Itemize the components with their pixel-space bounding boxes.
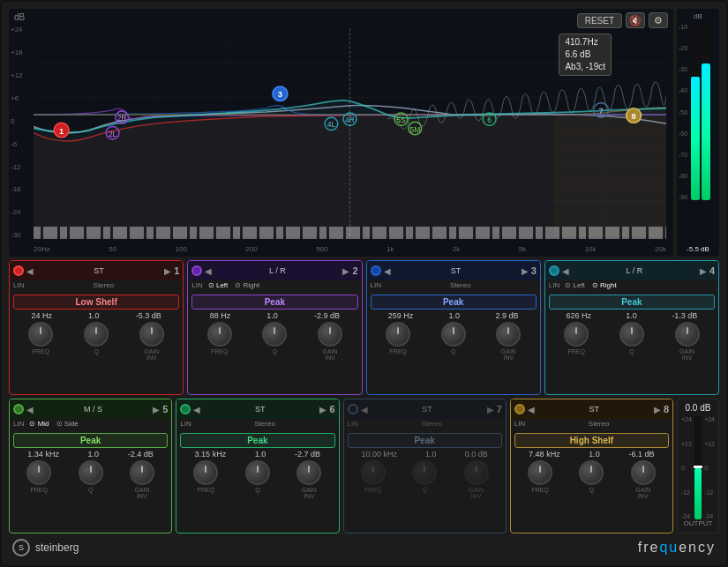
band-3-arrow-right[interactable]: ▶: [522, 266, 529, 276]
band-2-section: ◀ L / R ▶ 2 LIN ⊙ Left ⊙ Right Peak 88 H…: [187, 260, 362, 395]
band-4-arrow-left[interactable]: ◀: [562, 266, 569, 276]
band-2-q-knob[interactable]: [262, 322, 287, 347]
band-2-params: 88 Hz 1.0 -2.9 dB: [188, 310, 361, 320]
band-5-freq-knob[interactable]: [26, 460, 51, 485]
band-7-q-knob[interactable]: [412, 460, 437, 485]
band-4-power-button[interactable]: [549, 265, 559, 276]
band-3-freq-label: FREQ: [386, 348, 410, 361]
band-2-freq-knob[interactable]: [207, 322, 232, 347]
reset-button[interactable]: RESET: [577, 13, 622, 28]
band-1-gain-knob[interactable]: [139, 322, 164, 347]
scale-60: -60: [679, 131, 687, 137]
band-5-q-knob[interactable]: [79, 460, 103, 485]
eq-display-area: dB 410.7Hz 6.6 dB Ab3, -19ct RESET 🔇 ⚙ +…: [9, 9, 719, 257]
band-8-type: High Shelf: [514, 433, 669, 448]
band-8-arrow-left[interactable]: ◀: [528, 405, 535, 414]
band-6-freq-knob[interactable]: [193, 460, 218, 485]
band-5-arrow-left[interactable]: ◀: [26, 405, 34, 414]
band-4-arrow-right[interactable]: ▶: [700, 266, 707, 276]
band-6-gain-knob[interactable]: [296, 460, 321, 485]
freq-10k: 10k: [585, 245, 597, 253]
band-6-q-knob[interactable]: [245, 460, 270, 485]
upper-bands-row: ◀ ST ▶ 1 LIN Stereo Low Shelf 24 Hz 1.0 …: [9, 260, 719, 395]
band-1-arrow-right[interactable]: ▶: [164, 266, 171, 276]
band-8-gain-val: -6.1 dB: [629, 450, 655, 459]
band-3-q-knob[interactable]: [441, 322, 466, 347]
band-7-type: Peak: [348, 433, 502, 448]
band-1-power-button[interactable]: [13, 265, 24, 276]
db-label-minus12: -12: [11, 164, 23, 171]
band-4-right-toggle[interactable]: ⊙ Right: [590, 281, 619, 294]
band-8-power-button[interactable]: [514, 404, 525, 414]
band-2-arrow-left[interactable]: ◀: [205, 266, 212, 276]
band-7-q-val: 1.0: [425, 450, 437, 459]
band-1-arrow-left[interactable]: ◀: [26, 266, 34, 276]
freq-20k: 20k: [655, 245, 666, 253]
output-label: OUTPUT: [684, 519, 713, 527]
band-8-q-knob[interactable]: [579, 460, 604, 485]
band-8-param-labels: FREQ Q GAIN INV: [511, 487, 672, 501]
band-5-q-label: Q: [79, 487, 103, 499]
band-5-side-toggle[interactable]: ⊙ Side: [55, 420, 80, 432]
steinberg-text: steinberg: [35, 541, 79, 554]
db-label-plus18: +18: [11, 49, 23, 56]
band-2-arrow-right[interactable]: ▶: [342, 266, 349, 276]
svg-text:4L: 4L: [327, 121, 336, 130]
svg-text:8: 8: [631, 112, 635, 121]
band-3-arrow-left[interactable]: ◀: [384, 266, 391, 276]
band-8-header: ◀ ST ▶ 8: [511, 399, 672, 419]
band-2-power-button[interactable]: [191, 265, 202, 276]
band-1-freq-knob[interactable]: [28, 322, 53, 347]
band-2-left-toggle[interactable]: ⊙ Left: [206, 281, 230, 294]
band-3-power-button[interactable]: [371, 265, 381, 276]
band-8-freq-knob[interactable]: [528, 460, 552, 485]
band-3-knobs: [367, 320, 540, 348]
band-5-power-button[interactable]: [13, 404, 24, 414]
band-1-q-knob[interactable]: [84, 322, 109, 347]
band-4-left-toggle[interactable]: ⊙ Left: [563, 281, 587, 294]
band-6-arrow-right[interactable]: ▶: [319, 405, 326, 414]
band-1-knobs: [10, 320, 183, 348]
band-6-param-labels: FREQ Q GAIN INV: [176, 487, 338, 501]
band-3-sub-header: LIN Stereo: [367, 280, 540, 295]
band-5-mid-toggle[interactable]: ⊙ Mid: [27, 420, 50, 432]
band-7-header: ◀ ST ▶ 7: [344, 399, 506, 419]
band-2-knobs: [188, 320, 361, 348]
band-4-q-label: Q: [619, 348, 644, 361]
scale-20: -20: [679, 45, 687, 51]
band-4-freq-val: 626 Hz: [566, 311, 591, 320]
band-4-q-knob[interactable]: [619, 322, 644, 347]
band-5-gain-knob[interactable]: [130, 460, 154, 485]
band-7-power-button[interactable]: [348, 404, 358, 414]
band-6-power-button[interactable]: [180, 404, 191, 414]
band-2-gain-knob[interactable]: [318, 322, 342, 347]
band-4-freq-knob[interactable]: [564, 322, 589, 347]
svg-text:6: 6: [487, 116, 492, 124]
band-4-freq-label: FREQ: [564, 348, 589, 361]
meter-fill-left: [691, 77, 700, 200]
settings-button[interactable]: ⚙: [649, 12, 668, 28]
output-scale-left: +24 +12 0 -12 -24: [681, 416, 692, 519]
piano-keyboard[interactable]: [34, 227, 666, 239]
band-4-gain-label: GAIN INV: [675, 348, 700, 361]
band-2-q-label: Q: [262, 348, 287, 361]
band-3-header: ◀ ST ▶ 3: [367, 261, 540, 280]
band-7-arrow-right[interactable]: ▶: [487, 405, 494, 414]
band-2-right-toggle[interactable]: ⊙ Right: [233, 281, 261, 294]
speaker-button[interactable]: 🔇: [626, 12, 645, 28]
band-3-gain-knob[interactable]: [496, 322, 521, 347]
band-7-arrow-left[interactable]: ◀: [361, 405, 368, 414]
output-meter-bar-1: [694, 416, 702, 519]
band-6-arrow-left[interactable]: ◀: [193, 405, 200, 414]
band-4-q-val: 1.0: [626, 311, 637, 320]
out-scale-r-0: 0: [704, 465, 715, 471]
band-4-gain-knob[interactable]: [675, 322, 700, 347]
band-3-freq-knob[interactable]: [386, 322, 410, 347]
band-5-arrow-right[interactable]: ▶: [153, 405, 160, 414]
db-label-minus6: -6: [11, 141, 23, 148]
band-8-gain-knob[interactable]: [631, 460, 656, 485]
band-8-arrow-right[interactable]: ▶: [654, 405, 661, 414]
band-5-number: 5: [162, 404, 168, 414]
band-7-gain-knob[interactable]: [464, 460, 489, 485]
band-7-freq-knob[interactable]: [361, 460, 386, 485]
